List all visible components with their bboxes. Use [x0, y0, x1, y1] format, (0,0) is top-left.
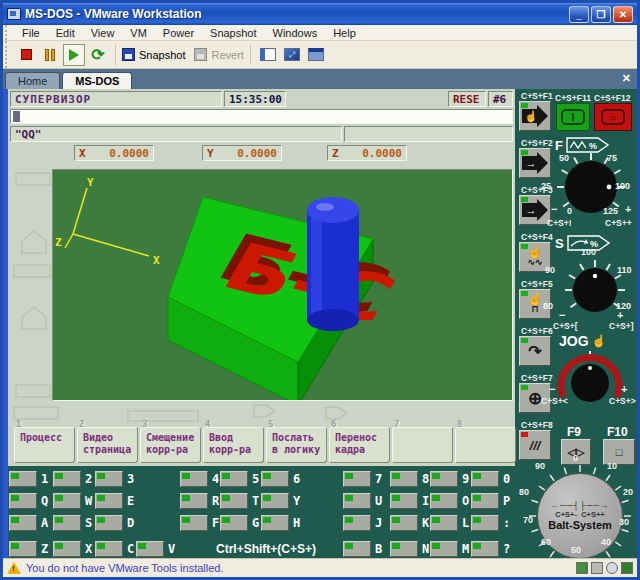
softkey-offset[interactable]: Смещениекорр-ра — [140, 427, 201, 463]
softkey-transfer-frame[interactable]: Переноскадра — [329, 427, 390, 463]
key-w[interactable] — [53, 493, 81, 509]
reset-status: RESE — [448, 91, 486, 107]
key-j[interactable] — [343, 515, 371, 531]
cycle-start-button[interactable]: ☝ — [519, 101, 551, 131]
fullscreen-view-button[interactable]: ⤢ — [284, 48, 300, 61]
key-colon[interactable] — [471, 515, 499, 531]
key-g[interactable] — [220, 515, 248, 531]
key-b-label: B — [375, 542, 382, 556]
key-2[interactable] — [53, 471, 81, 487]
handwheel-dec-key[interactable]: C+S+- — [555, 510, 577, 519]
key-h[interactable] — [261, 515, 289, 531]
block-skip-button[interactable]: /// — [519, 430, 551, 460]
menu-windows[interactable]: Windows — [265, 26, 326, 40]
key-0[interactable] — [471, 471, 499, 487]
key-r[interactable] — [180, 493, 208, 509]
jog-dec-key[interactable]: C+S+< — [541, 396, 568, 406]
tab-home[interactable]: Home — [5, 72, 60, 89]
tab-close-icon[interactable]: ✕ — [622, 72, 631, 85]
softkey-process[interactable]: Процесс — [14, 427, 75, 463]
tab-msdos[interactable]: MS-DOS — [62, 72, 132, 89]
f-inc-key[interactable]: C+S++ — [605, 218, 632, 228]
harddisk-icon[interactable] — [591, 562, 603, 574]
drives-off-button[interactable]: ○ — [594, 103, 632, 131]
menu-bar: File Edit View VM Power Snapshot Windows… — [3, 25, 637, 41]
menu-help[interactable]: Help — [325, 26, 364, 40]
key-x[interactable] — [53, 541, 81, 557]
key-question[interactable] — [471, 541, 499, 557]
key-e[interactable] — [95, 493, 123, 509]
s-inc-key[interactable]: C+S+] — [609, 321, 634, 331]
key-m[interactable] — [430, 541, 458, 557]
maximize-button[interactable]: ❐ — [591, 6, 611, 23]
key-i-label: I — [422, 494, 429, 508]
menu-file[interactable]: File — [14, 26, 48, 40]
key-n[interactable] — [390, 541, 418, 557]
s-dec-key[interactable]: C+S+[ — [553, 321, 578, 331]
jog-inc-key[interactable]: C+S+> — [609, 396, 636, 406]
key-5[interactable] — [220, 471, 248, 487]
key-s[interactable] — [53, 515, 81, 531]
quickswitch-view-button[interactable] — [260, 48, 276, 61]
key-k[interactable] — [390, 515, 418, 531]
key-i[interactable] — [390, 493, 418, 509]
s-plus-sign: + — [617, 309, 623, 321]
crosshair-icon: ⊕ — [528, 393, 542, 404]
revert-button[interactable]: Revert — [194, 44, 243, 66]
key-6[interactable] — [261, 471, 289, 487]
console-view-button[interactable] — [308, 48, 324, 61]
menu-vm[interactable]: VM — [122, 26, 155, 40]
key-v[interactable] — [136, 541, 164, 557]
close-button[interactable]: ✕ — [613, 6, 633, 23]
key-u[interactable] — [343, 493, 371, 509]
key-f[interactable] — [180, 515, 208, 531]
key-l[interactable] — [430, 515, 458, 531]
softkey-8[interactable] — [455, 427, 516, 463]
key-4[interactable] — [180, 471, 208, 487]
stop-button[interactable] — [15, 44, 37, 66]
key-q[interactable] — [9, 493, 37, 509]
key-7[interactable] — [343, 471, 371, 487]
vm-display: СУПЕРВИЗОР 15:35:00 RESE #6 "QQ" X 0.000… — [3, 89, 637, 558]
profile-return-button[interactable]: ↷ — [519, 336, 551, 366]
key-2-label: 2 — [85, 472, 92, 486]
key-8[interactable] — [390, 471, 418, 487]
key-b[interactable] — [343, 541, 371, 557]
command-input[interactable] — [10, 109, 513, 124]
handwheel-inc-key[interactable]: C+S++ — [581, 510, 605, 519]
key-d[interactable] — [95, 515, 123, 531]
key-c[interactable] — [95, 541, 123, 557]
menu-power[interactable]: Power — [155, 26, 202, 40]
fkey-label-f6: C+S+F6 — [521, 326, 553, 336]
feed-forward-button[interactable]: → — [519, 148, 551, 178]
key-v-label: V — [168, 542, 175, 556]
key-t[interactable] — [220, 493, 248, 509]
softkey-send-logic[interactable]: Послатьв логику — [266, 427, 327, 463]
key-o[interactable] — [430, 493, 458, 509]
menu-snapshot[interactable]: Snapshot — [202, 26, 264, 40]
key-y[interactable] — [261, 493, 289, 509]
machining-viewport[interactable]: Y X Z Б-С Б-С — [52, 169, 513, 401]
snapshot-button[interactable]: Snapshot — [122, 44, 185, 66]
menu-view[interactable]: View — [83, 26, 123, 40]
key-z[interactable] — [9, 541, 37, 557]
softkey-enter-corr[interactable]: Вводкорр-ра — [203, 427, 264, 463]
softkey-video-page[interactable]: Видеостраница — [77, 427, 138, 463]
network-icon[interactable] — [621, 562, 633, 574]
install-tools-icon[interactable] — [576, 562, 588, 574]
play-button[interactable] — [63, 44, 85, 66]
softkey-7[interactable] — [392, 427, 453, 463]
f-dec-key[interactable]: C+S+! — [547, 218, 572, 228]
key-9[interactable] — [430, 471, 458, 487]
minimize-button[interactable]: _ — [569, 6, 589, 23]
reset-button[interactable]: ⟳ — [87, 44, 109, 66]
key-a[interactable] — [9, 515, 37, 531]
cdrom-icon[interactable] — [606, 562, 618, 574]
drives-on-button[interactable]: I — [556, 103, 590, 131]
menu-edit[interactable]: Edit — [48, 26, 83, 40]
key-1[interactable] — [9, 471, 37, 487]
key-3[interactable] — [95, 471, 123, 487]
key-p[interactable] — [471, 493, 499, 509]
f2-led — [521, 150, 528, 155]
pause-button[interactable] — [39, 44, 61, 66]
